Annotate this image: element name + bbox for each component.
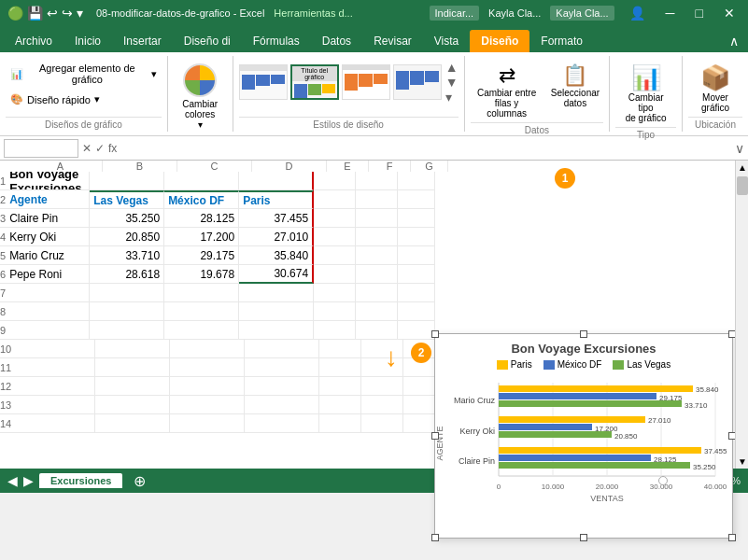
scrollbar-v[interactable]: ▲ ▼	[735, 161, 748, 469]
chart-handle-br[interactable]	[728, 534, 736, 541]
cell-b10[interactable]	[95, 340, 170, 358]
cambiar-tipo-btn[interactable]: 📊 Cambiar tipode gráfico	[615, 60, 676, 127]
cell-f7[interactable]	[356, 284, 398, 302]
minimize-btn[interactable]: ─	[660, 4, 681, 22]
cell-f1[interactable]	[356, 172, 398, 190]
cell-c11[interactable]	[170, 358, 245, 377]
chart-handle-tl[interactable]	[431, 330, 439, 338]
cell-e12[interactable]	[319, 377, 361, 396]
scroll-sheets-right[interactable]: ▶	[23, 473, 34, 488]
cell-g4[interactable]	[398, 228, 435, 246]
cell-d3[interactable]: 37.455	[239, 209, 314, 228]
cell-d6[interactable]: 30.674	[239, 265, 314, 284]
tab-insertar[interactable]: Insertar	[112, 30, 173, 52]
chart-handle-bl[interactable]	[431, 534, 439, 541]
cell-c13[interactable]	[170, 396, 245, 414]
cell-d11[interactable]	[245, 358, 319, 377]
cell-g2[interactable]	[398, 190, 435, 209]
cell-a11[interactable]	[11, 358, 95, 377]
cell-b9[interactable]	[90, 321, 164, 340]
cell-a13[interactable]	[11, 396, 95, 414]
cell-a8[interactable]	[6, 302, 90, 321]
cell-f9[interactable]	[356, 321, 398, 340]
cell-d10[interactable]	[245, 340, 319, 358]
cell-f14[interactable]	[361, 414, 403, 433]
cell-c3[interactable]: 28.125	[164, 209, 239, 228]
cell-c1[interactable]	[164, 172, 239, 190]
cell-c5[interactable]: 29.175	[164, 246, 239, 265]
cell-c12[interactable]	[170, 377, 245, 396]
cell-e5[interactable]	[314, 246, 356, 265]
cell-a2[interactable]: Agente	[6, 190, 90, 209]
cell-e9[interactable]	[314, 321, 356, 340]
ribbon-collapse-icon[interactable]: ∧	[724, 30, 744, 52]
cell-f5[interactable]	[356, 246, 398, 265]
close-btn[interactable]: ✕	[718, 4, 741, 22]
tab-revisar[interactable]: Revisar	[362, 30, 423, 52]
cell-a14[interactable]	[11, 414, 95, 433]
cell-a7[interactable]	[6, 284, 90, 302]
cell-f2[interactable]	[356, 190, 398, 209]
cell-b8[interactable]	[90, 302, 164, 321]
scroll-thumb[interactable]	[737, 176, 748, 195]
cell-e3[interactable]	[314, 209, 356, 228]
cell-d5[interactable]: 35.840	[239, 246, 314, 265]
cell-b6[interactable]: 28.618	[90, 265, 164, 284]
chart-container[interactable]: Bon Voyage Excursiones Paris México DF L…	[434, 333, 733, 539]
tab-inicio[interactable]: Inicio	[64, 30, 112, 52]
tab-disenio-di[interactable]: Diseño di	[173, 30, 242, 52]
formula-expand-icon[interactable]: ∨	[735, 141, 744, 156]
cell-b1[interactable]	[90, 172, 164, 190]
cell-e2[interactable]	[314, 190, 356, 209]
style-thumb-4[interactable]	[393, 64, 442, 100]
cell-d1[interactable]	[239, 172, 314, 190]
insert-function-icon[interactable]: fx	[108, 142, 117, 155]
cell-c2[interactable]: México DF	[164, 190, 239, 209]
cell-d12[interactable]	[245, 377, 319, 396]
cell-c7[interactable]	[164, 284, 239, 302]
cell-b3[interactable]: 35.250	[90, 209, 164, 228]
cell-a4[interactable]: Kerry Oki	[6, 228, 90, 246]
cell-e1[interactable]	[314, 172, 356, 190]
sheet-tab-excursiones[interactable]: Excursiones	[39, 473, 122, 488]
cell-f8[interactable]	[356, 302, 398, 321]
cell-a12[interactable]	[11, 377, 95, 396]
cell-e10[interactable]	[319, 340, 361, 358]
cell-g6[interactable]	[398, 265, 435, 284]
cell-f3[interactable]	[356, 209, 398, 228]
seleccionar-datos-btn[interactable]: 📋 Seleccionardatos	[547, 60, 604, 122]
save-icon[interactable]: 💾	[27, 6, 43, 21]
cell-g9[interactable]	[398, 321, 435, 340]
scroll-sheets-left[interactable]: ◀	[7, 473, 18, 488]
share-icon[interactable]: 👤	[624, 4, 651, 22]
maximize-btn[interactable]: □	[690, 4, 709, 22]
chart-handle-ml[interactable]	[431, 432, 439, 440]
undo-icon[interactable]: ↩	[47, 6, 58, 21]
cell-c9[interactable]	[164, 321, 239, 340]
cell-e11[interactable]	[319, 358, 361, 377]
cell-f4[interactable]	[356, 228, 398, 246]
cell-d13[interactable]	[245, 396, 319, 414]
cell-a6[interactable]: Pepe Roni	[6, 265, 90, 284]
cell-c10[interactable]	[170, 340, 245, 358]
cell-b14[interactable]	[95, 414, 170, 433]
tab-datos[interactable]: Datos	[311, 30, 362, 52]
cell-b5[interactable]: 33.710	[90, 246, 164, 265]
chart-handle-bm[interactable]	[580, 534, 587, 541]
tab-vista[interactable]: Vista	[423, 30, 470, 52]
mover-grafico-btn[interactable]: 📦 Movergráfico	[692, 60, 739, 117]
cell-a9[interactable]	[6, 321, 90, 340]
cell-a5[interactable]: Mario Cruz	[6, 246, 90, 265]
cell-d7[interactable]	[239, 284, 314, 302]
customize-icon[interactable]: ▾	[77, 6, 83, 21]
style-thumb-2[interactable]: Título del gráfico	[290, 64, 339, 100]
scroll-up-btn[interactable]: ▲	[736, 161, 748, 175]
cell-d4[interactable]: 27.010	[239, 228, 314, 246]
style-thumb-1[interactable]	[239, 64, 288, 100]
formula-input[interactable]	[120, 142, 731, 155]
cell-c8[interactable]	[164, 302, 239, 321]
redo-icon[interactable]: ↪	[62, 6, 73, 21]
add-sheet-btn[interactable]: ⊕	[134, 472, 146, 490]
cell-d9[interactable]	[239, 321, 314, 340]
cell-f12[interactable]	[361, 377, 403, 396]
